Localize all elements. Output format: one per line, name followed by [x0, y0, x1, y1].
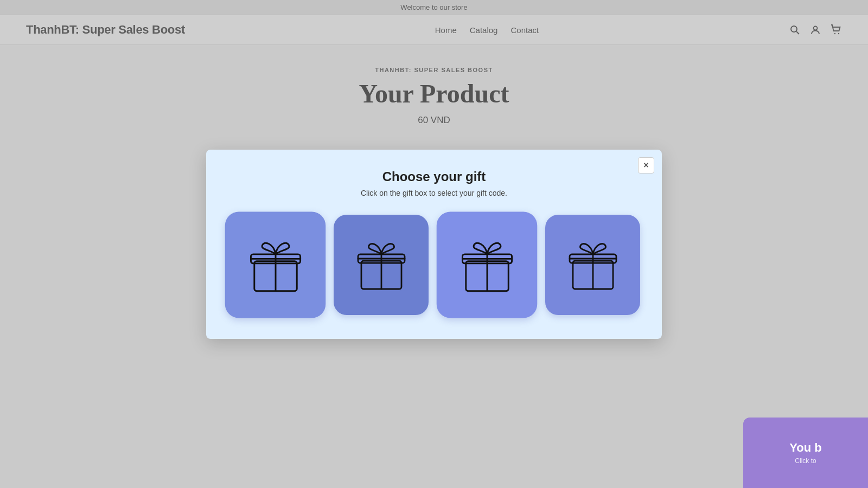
gift-box-1[interactable] — [225, 211, 326, 318]
notification-corner[interactable]: You b Click to — [743, 418, 868, 488]
notification-sub-text: Click to — [795, 457, 816, 465]
modal-title: Choose your gift — [228, 169, 640, 184]
notification-main-text: You b — [789, 441, 821, 455]
modal-backdrop: × Choose your gift Click on the gift box… — [0, 0, 868, 488]
gift-boxes-container — [228, 215, 640, 315]
gift-modal: × Choose your gift Click on the gift box… — [206, 150, 662, 339]
gift-box-3[interactable] — [437, 211, 538, 318]
gift-box-4[interactable] — [545, 215, 640, 315]
page-background: Welcome to our store ThanhBT: Super Sale… — [0, 0, 868, 488]
gift-box-2[interactable] — [334, 215, 429, 315]
modal-close-button[interactable]: × — [638, 157, 654, 174]
modal-subtitle: Click on the gift box to select your gif… — [228, 189, 640, 197]
